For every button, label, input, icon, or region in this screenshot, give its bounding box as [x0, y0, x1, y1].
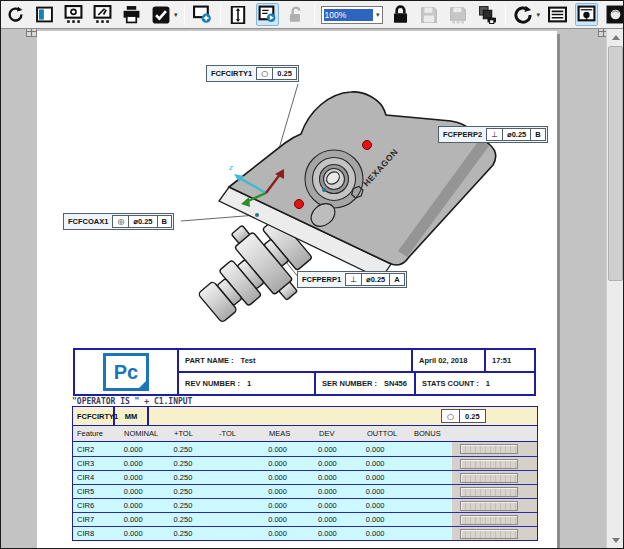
dev-cell: 0.000: [314, 459, 362, 468]
table-row[interactable]: CIR70.0000.2500.0000.0000.000: [73, 512, 537, 526]
text-report-icon[interactable]: [546, 3, 569, 26]
nominal-cell: 0.000: [120, 459, 170, 468]
perpendicularity-symbol-icon: ⊥: [487, 129, 502, 140]
confirm-dropdown-icon[interactable]: ▾: [174, 11, 178, 19]
table-row[interactable]: CIR20.0000.2500.0000.0000.000: [73, 442, 537, 456]
circularity-symbol-icon: ○: [442, 410, 459, 422]
feature-cell: CIR2: [73, 445, 120, 454]
toolbar-separator: [314, 5, 315, 25]
report-document-area[interactable]: HEXAGON z FCFCIRTY1: [1, 29, 606, 548]
ptol-cell: 0.250: [170, 501, 215, 510]
nominal-cell: 0.000: [120, 445, 170, 454]
deviation-bar: [460, 501, 518, 511]
lock-icon[interactable]: [389, 3, 412, 26]
dev-cell: 0.000: [314, 529, 362, 538]
ptol-cell: 0.250: [170, 529, 215, 538]
col-nominal: NOMINAL: [120, 429, 170, 438]
meas-cell: 0.000: [264, 487, 314, 496]
time-value: 17:51: [492, 356, 511, 365]
measure-point-marker: [295, 200, 304, 209]
fcf-datum: B: [530, 129, 544, 140]
meas-cell: 0.000: [264, 501, 314, 510]
stats-count-value: 1: [486, 379, 490, 388]
dimension-name: FCFCIRTY1: [73, 407, 115, 425]
ptol-cell: 0.250: [170, 473, 215, 482]
col-mtol: -TOL: [215, 429, 265, 438]
split-pane-icon[interactable]: [33, 3, 56, 26]
table-row[interactable]: CIR80.0000.2500.0000.0000.000: [73, 526, 537, 540]
results-column-header: Feature NOMINAL +TOL -TOL MEAS DEV OUTTO…: [73, 426, 537, 442]
fcf-tolerance: 0.25: [272, 68, 296, 79]
ptol-cell: 0.250: [170, 459, 215, 468]
col-ptol: +TOL: [170, 429, 215, 438]
axis-z-label: z: [228, 163, 233, 172]
meas-cell: 0.000: [264, 515, 314, 524]
fcf-label-fcfcoax1[interactable]: FCFCOAX1 ◎ ⌀0.25 B: [63, 213, 174, 230]
zoom-combobox[interactable]: 100% ▾: [321, 6, 383, 24]
meas-cell: 0.000: [264, 445, 314, 454]
page-drag-handle-icon[interactable]: [598, 29, 606, 37]
dev-cell: 0.000: [314, 487, 362, 496]
deviation-bar: [460, 515, 518, 525]
col-meas: MEAS: [265, 429, 315, 438]
outtol-cell: 0.000: [362, 529, 409, 538]
dev-cell: 0.000: [314, 473, 362, 482]
feature-cell: CIR7: [73, 515, 120, 524]
vertical-scrollbar[interactable]: [606, 29, 623, 548]
outtol-cell: 0.000: [362, 501, 409, 510]
add-window-icon[interactable]: [191, 3, 214, 26]
refresh-dropdown-icon[interactable]: ▾: [537, 11, 541, 19]
fcf-label-fcfperp1[interactable]: FCFPERP1 ⊥ ⌀0.25 A: [297, 271, 407, 288]
circularity-symbol-icon: ○: [257, 68, 272, 79]
report-template-icon[interactable]: [575, 3, 598, 26]
dev-cell: 0.000: [314, 445, 362, 454]
refresh-icon[interactable]: [512, 3, 535, 26]
rev-number-value: 1: [247, 379, 251, 388]
fcf-label-fcfcirty1[interactable]: FCFCIRTY1 ○ 0.25: [206, 65, 299, 82]
fcf-label-fcfperp2[interactable]: FCFPERP2 ⊥ ⌀0.25 B: [438, 126, 548, 143]
part-name-label: PART NAME :: [185, 356, 234, 365]
zoom-value[interactable]: 100%: [324, 9, 373, 21]
zoom-dropdown-icon[interactable]: ▾: [374, 11, 382, 19]
logo-fold: [138, 380, 147, 389]
edit-rules-icon[interactable]: [256, 3, 279, 26]
feature-cell: CIR5: [73, 487, 120, 496]
table-row[interactable]: CIR30.0000.2500.0000.0000.000: [73, 456, 537, 470]
table-row[interactable]: CIR60.0000.2500.0000.0000.000: [73, 498, 537, 512]
part-name-cell: PART NAME : Test: [179, 350, 411, 371]
scroll-up-icon[interactable]: [607, 29, 624, 45]
table-row[interactable]: CIR50.0000.2500.0000.0000.000: [73, 484, 537, 498]
part-name-value: Test: [241, 356, 256, 365]
scroll-down-icon[interactable]: [607, 532, 624, 548]
solid-view-icon[interactable]: [604, 3, 624, 26]
meas-cell: 0.000: [264, 473, 314, 482]
page-drag-handle-icon[interactable]: [26, 29, 37, 37]
fcf-name: FCFPERP2: [440, 128, 485, 141]
time-cell: 17:51: [484, 350, 534, 371]
dimension-units: MM: [115, 407, 149, 425]
dev-cell: 0.000: [314, 501, 362, 510]
save-template-icon[interactable]: [447, 3, 470, 26]
perpendicularity-symbol-icon: ⊥: [346, 274, 361, 285]
report-window-icon[interactable]: [62, 3, 85, 26]
rotate-view-icon[interactable]: [4, 3, 27, 26]
ser-number-label: SER NUMBER :: [322, 379, 377, 388]
ptol-cell: 0.250: [170, 515, 215, 524]
fcf-tolerance: ⌀0.25: [502, 129, 530, 140]
table-row[interactable]: CIR40.0000.2500.0000.0000.000: [73, 470, 537, 484]
print-icon[interactable]: [120, 3, 143, 26]
report-window: ▾ 100% ▾: [0, 0, 624, 549]
unlock-icon[interactable]: [285, 3, 308, 26]
scrollbar-thumb[interactable]: [608, 46, 623, 281]
outtol-cell: 0.000: [362, 473, 409, 482]
window-edit-icon[interactable]: [91, 3, 114, 26]
dimension-header-row[interactable]: FCFCIRTY1 MM ○ 0.25: [73, 407, 537, 426]
save-icon[interactable]: [418, 3, 441, 26]
meas-cell: 0.000: [264, 529, 314, 538]
confirm-icon[interactable]: [149, 3, 172, 26]
feature-cell: CIR6: [73, 501, 120, 510]
copy-print-icon[interactable]: [476, 3, 499, 26]
rev-number-label: REV NUMBER :: [185, 379, 240, 388]
scale-window-icon[interactable]: [227, 3, 250, 26]
part-boss: [305, 150, 363, 208]
